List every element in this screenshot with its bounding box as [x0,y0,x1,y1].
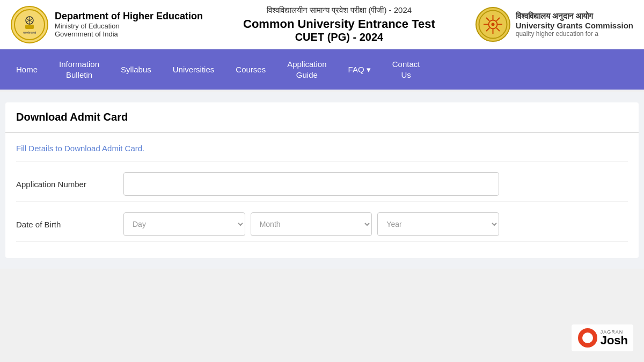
ugc-english: University Grants Commission [516,21,633,30]
india-emblem: सत्यमेव जयते [11,6,48,43]
dob-day-select[interactable]: Day 123456789101112131415161718192021222… [123,212,245,236]
dept-name: Department of Higher Education [55,11,203,22]
header-left: सत्यमेव जयते Department of Higher Educat… [11,6,203,43]
header-left-text: Department of Higher Education Ministry … [55,11,203,38]
content-area: Download Admit Card Fill Details to Down… [0,92,644,269]
nav-faq[interactable]: FAQ ▾ [338,49,382,90]
svg-rect-5 [25,25,34,29]
nav-application-guide[interactable]: Application Guide [276,49,337,90]
dob-label: Date of Birth [16,220,123,229]
nav-syllabus[interactable]: Syllabus [110,49,162,90]
fill-details-text: Fill Details to Download Admit Card. [16,144,628,161]
ugc-emblem [475,7,510,42]
application-number-label: Application Number [16,180,123,189]
nav-universities[interactable]: Universities [162,49,225,90]
nav-courses[interactable]: Courses [225,49,276,90]
dob-year-select[interactable]: Year 20062005200420032002200120001999199… [377,212,499,236]
nav-contact-us[interactable]: Contact Us [382,49,431,90]
admit-card-box: Download Admit Card Fill Details to Down… [5,102,639,258]
sub-title: CUET (PG) - 2024 [203,31,475,43]
nav-information-bulletin[interactable]: Information Bulletin [48,49,110,90]
ugc-text: विश्वविद्यालय अनुदान आयोग University Gra… [516,11,633,38]
ugc-tagline: quality higher education for a [516,30,633,38]
main-title: Common University Entrance Test [203,17,475,31]
govt-name: Government of India [55,30,203,38]
admit-card-header: Download Admit Card [5,102,639,133]
dob-row: Date of Birth Day 1234567891011121314151… [16,212,628,242]
nav-home[interactable]: Home [5,49,48,90]
page-header: सत्यमेव जयते Department of Higher Educat… [0,0,644,49]
admit-card-body: Fill Details to Download Admit Card. App… [5,133,639,258]
dob-month-select[interactable]: Month JanuaryFebruaryMarchAprilMayJuneJu… [251,212,372,236]
navbar: Home Information Bulletin Syllabus Unive… [0,49,644,90]
svg-point-9 [491,23,494,26]
ministry-name: Ministry of Education [55,22,203,30]
ugc-hindi: विश्वविद्यालय अनुदान आयोग [516,11,633,21]
admit-card-title: Download Admit Card [16,111,628,123]
application-number-input[interactable] [123,172,499,196]
header-right: विश्वविद्यालय अनुदान आयोग University Gra… [475,7,633,42]
application-number-row: Application Number [16,172,628,202]
hindi-title: विश्वविद्यालयीन सामान्य प्रवेश परीक्षा (… [203,5,475,15]
svg-text:सत्यमेव जयते: सत्यमेव जयते [23,31,36,34]
dob-selects: Day 123456789101112131415161718192021222… [123,212,499,236]
header-center: विश्वविद्यालयीन सामान्य प्रवेश परीक्षा (… [203,5,475,43]
